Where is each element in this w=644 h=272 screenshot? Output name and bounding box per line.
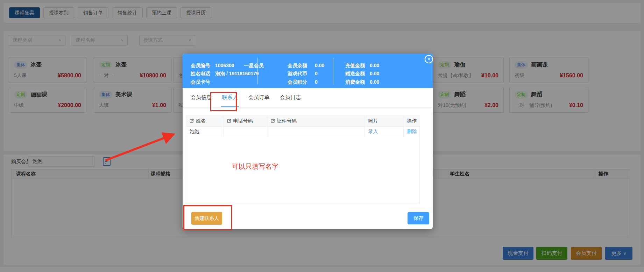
member-no-label: 会员编号 bbox=[191, 63, 215, 69]
action-column-header: 操作 bbox=[403, 116, 420, 126]
member-summary-header: 会员编号1006300一星会员 姓名电话泡泡 / 19118160179 会员卡… bbox=[183, 54, 433, 88]
save-button[interactable]: 保存 bbox=[408, 212, 429, 224]
coin-label: 游戏代币 bbox=[288, 71, 315, 77]
consume-value: 0.00 bbox=[370, 79, 379, 85]
member-phone-label: 姓名电话 bbox=[191, 71, 215, 77]
edit-icon bbox=[227, 118, 232, 123]
recharge-label: 充值金额 bbox=[345, 63, 370, 69]
consume-label: 消费金额 bbox=[345, 79, 370, 85]
contacts-table: 姓名 电话号码 证件号码 照片 操作 泡泡 录入 删除 bbox=[186, 116, 420, 204]
id-column-header: 证件号码 bbox=[267, 116, 365, 126]
tab-member-orders[interactable]: 会员订单 bbox=[247, 88, 270, 107]
points-value: 0 bbox=[315, 79, 318, 85]
annotation-box-contacts-tab bbox=[210, 92, 237, 111]
annotation-note: 可以只填写名字 bbox=[232, 162, 278, 171]
recharge-value: 0.00 bbox=[370, 63, 379, 68]
header-divider bbox=[257, 58, 258, 84]
header-divider bbox=[333, 58, 333, 84]
delete-link[interactable]: 删除 bbox=[407, 128, 417, 134]
member-level: 一星会员 bbox=[244, 63, 264, 68]
coin-value: 0 bbox=[315, 71, 318, 76]
contacts-header-row: 姓名 电话号码 证件号码 照片 操作 bbox=[186, 116, 420, 126]
tab-member-logs[interactable]: 会员日志 bbox=[279, 88, 302, 107]
tab-member-info[interactable]: 会员信息 bbox=[190, 88, 213, 107]
contact-row: 泡泡 录入 删除 bbox=[186, 126, 420, 137]
annotation-box-new-contact bbox=[183, 205, 232, 230]
phone-column-header: 电话号码 bbox=[223, 116, 267, 126]
member-phone-value: 泡泡 / 19118160179 bbox=[215, 71, 259, 76]
member-no-value: 1006300 bbox=[215, 63, 234, 68]
edit-icon bbox=[190, 118, 194, 123]
gift-label: 赠送金额 bbox=[345, 71, 370, 77]
photo-enter-link[interactable]: 录入 bbox=[368, 128, 378, 134]
contact-id-cell[interactable] bbox=[267, 126, 365, 137]
photo-column-header: 照片 bbox=[365, 116, 403, 126]
edit-icon bbox=[271, 118, 276, 123]
gift-value: 0.00 bbox=[370, 71, 379, 76]
annotation-arrow bbox=[101, 128, 185, 165]
contact-name-cell[interactable]: 泡泡 bbox=[186, 126, 223, 137]
app-screen: 课程售卖 授课签到 销售订单 销售统计 预约上课 授课日历 课程类别 ∨ 课程名… bbox=[0, 0, 644, 272]
contact-phone-cell[interactable] bbox=[223, 126, 267, 137]
points-label: 会员积分 bbox=[288, 79, 315, 85]
member-card-label: 会员卡号 bbox=[191, 79, 215, 85]
close-icon[interactable]: ✕ bbox=[425, 55, 433, 63]
balance-label: 会员余额 bbox=[288, 63, 315, 69]
member-detail-modal: 会员编号1006300一星会员 姓名电话泡泡 / 19118160179 会员卡… bbox=[183, 54, 433, 229]
balance-value: 0.00 bbox=[315, 63, 324, 68]
name-column-header: 姓名 bbox=[186, 116, 223, 126]
